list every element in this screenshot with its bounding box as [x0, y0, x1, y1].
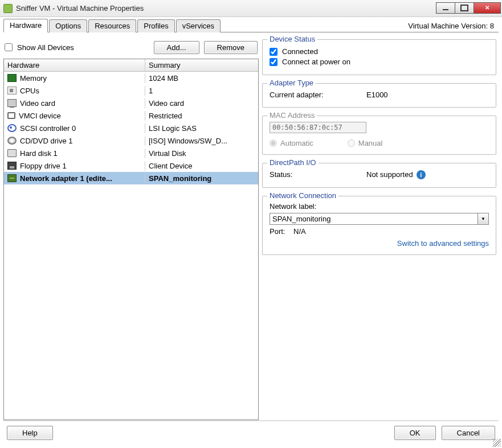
- mac-manual-input: [348, 139, 355, 147]
- mac-address-title: MAC Address: [267, 111, 317, 120]
- mac-address-group: MAC Address Automatic Manual: [262, 116, 496, 155]
- scsi-icon: [7, 124, 17, 132]
- column-hardware[interactable]: Hardware: [4, 59, 145, 71]
- connected-checkbox[interactable]: Connected: [270, 47, 489, 56]
- hardware-name: Floppy drive 1: [20, 162, 67, 170]
- vmci-icon: [7, 112, 15, 119]
- device-status-group: Device Status Connected Connect at power…: [262, 39, 496, 75]
- port-value: N/A: [293, 227, 306, 236]
- port-label: Port:: [270, 227, 293, 236]
- connected-label: Connected: [282, 47, 318, 56]
- remove-button[interactable]: Remove: [204, 41, 258, 54]
- hardware-name: Hard disk 1: [20, 149, 58, 158]
- column-summary[interactable]: Summary: [145, 59, 258, 71]
- hardware-name: SCSI controller 0: [20, 124, 76, 133]
- vm-version: Virtual Machine Version: 8: [408, 22, 499, 32]
- hardware-summary: SPAN_monitoring: [149, 174, 211, 183]
- hardware-row[interactable]: Video cardVideo card: [4, 97, 258, 109]
- show-all-devices-label: Show All Devices: [17, 43, 74, 52]
- titlebar: Sniffer VM - Virtual Machine Properties: [0, 0, 502, 17]
- cancel-button[interactable]: Cancel: [442, 426, 495, 440]
- hardware-summary: Virtual Disk: [149, 149, 186, 158]
- help-button[interactable]: Help: [7, 426, 53, 440]
- directpath-value: Not supportedi: [366, 170, 426, 179]
- mac-manual-radio: Manual: [348, 139, 383, 147]
- directpath-group: DirectPath I/O Status: Not supportedi: [262, 163, 496, 188]
- hardware-name: Memory: [20, 74, 47, 83]
- tab-bar: Hardware Options Resources Profiles vSer…: [3, 19, 499, 32]
- directpath-label: Status:: [270, 170, 366, 179]
- connect-at-poweron-label: Connect at power on: [282, 57, 350, 66]
- dialog-footer: Help OK Cancel: [3, 420, 499, 445]
- network-connection-title: Network Connection: [267, 191, 338, 200]
- close-button[interactable]: [474, 2, 501, 14]
- tab-vservices[interactable]: vServices: [176, 19, 221, 32]
- network-connection-group: Network Connection Network label: Port: …: [262, 196, 496, 255]
- hardware-name: CD/DVD drive 1: [20, 137, 72, 145]
- connect-at-poweron-checkbox[interactable]: Connect at power on: [270, 57, 489, 66]
- tab-hardware[interactable]: Hardware: [3, 19, 48, 32]
- hardware-name: Video card: [20, 99, 55, 108]
- window-controls: [436, 2, 501, 15]
- hardware-summary: Client Device: [149, 162, 193, 170]
- mac-address-input: [270, 122, 366, 133]
- network-label-combo[interactable]: [270, 213, 489, 225]
- adapter-type-value: E1000: [366, 91, 388, 99]
- hardware-row[interactable]: Network adapter 1 (edite...SPAN_monitori…: [4, 172, 258, 184]
- resize-grip[interactable]: [493, 439, 501, 447]
- directpath-title: DirectPath I/O: [267, 158, 319, 167]
- mac-automatic-radio: Automatic: [270, 139, 313, 147]
- show-all-devices-checkbox[interactable]: Show All Devices: [5, 43, 154, 52]
- connected-input[interactable]: [270, 48, 277, 56]
- hardware-summary: Video card: [149, 99, 184, 108]
- hardware-summary: LSI Logic SAS: [149, 124, 197, 133]
- hardware-row[interactable]: CD/DVD drive 1[ISO] Windows/SW_D...: [4, 134, 258, 147]
- adapter-type-label: Current adapter:: [270, 91, 366, 99]
- cd-icon: [7, 137, 17, 145]
- floppy-icon: [7, 162, 17, 170]
- hdd-icon: [7, 149, 17, 157]
- net-icon: [7, 174, 17, 182]
- connect-at-poweron-input[interactable]: [270, 58, 277, 66]
- window-title: Sniffer VM - Virtual Machine Properties: [16, 4, 436, 13]
- hardware-row[interactable]: Memory1024 MB: [4, 72, 258, 84]
- tab-options[interactable]: Options: [49, 19, 87, 32]
- device-status-title: Device Status: [267, 35, 317, 43]
- network-label-text: Network label:: [270, 202, 489, 211]
- adapter-type-title: Adapter Type: [267, 79, 316, 87]
- cpu-icon: [7, 87, 17, 94]
- switch-advanced-link[interactable]: Switch to advanced settings: [397, 239, 489, 248]
- hardware-table: Hardware Summary Memory1024 MBCPUs1Video…: [3, 59, 259, 420]
- info-icon[interactable]: i: [417, 170, 426, 179]
- hardware-summary: 1024 MB: [149, 74, 178, 83]
- app-icon: [3, 4, 13, 13]
- hardware-summary: Restricted: [149, 112, 182, 120]
- maximize-button[interactable]: [455, 2, 474, 14]
- hardware-row[interactable]: CPUs1: [4, 84, 258, 97]
- hardware-row[interactable]: Hard disk 1Virtual Disk: [4, 147, 258, 159]
- hardware-name: Network adapter 1 (edite...: [20, 174, 112, 183]
- hardware-row[interactable]: SCSI controller 0LSI Logic SAS: [4, 122, 258, 134]
- hardware-name: VMCI device: [19, 112, 61, 120]
- tab-profiles[interactable]: Profiles: [137, 19, 174, 32]
- mac-automatic-input: [270, 139, 277, 147]
- add-button[interactable]: Add...: [154, 41, 199, 54]
- tab-resources[interactable]: Resources: [88, 19, 136, 32]
- video-icon: [7, 99, 17, 107]
- hardware-name: CPUs: [20, 87, 39, 95]
- hardware-row[interactable]: VMCI deviceRestricted: [4, 109, 258, 122]
- hardware-row[interactable]: Floppy drive 1Client Device: [4, 159, 258, 172]
- mem-icon: [7, 74, 17, 82]
- adapter-type-group: Adapter Type Current adapter: E1000: [262, 83, 496, 108]
- ok-button[interactable]: OK: [394, 426, 436, 440]
- dropdown-icon[interactable]: [477, 213, 489, 225]
- hardware-summary: [ISO] Windows/SW_D...: [149, 137, 227, 145]
- hardware-summary: 1: [149, 87, 153, 95]
- minimize-button[interactable]: [436, 2, 455, 14]
- show-all-devices-input[interactable]: [5, 43, 13, 51]
- network-label-input[interactable]: [270, 213, 477, 225]
